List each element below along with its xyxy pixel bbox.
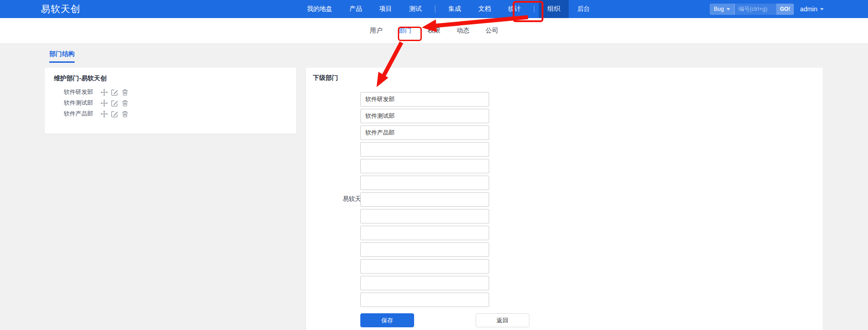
move-icon[interactable]	[100, 99, 108, 107]
maintain-department-card: 维护部门-易软天创 软件研发部 软件测试部	[45, 68, 296, 134]
sub-nav-item-label: 动态	[457, 27, 469, 34]
search-module-label: Bug	[714, 6, 724, 12]
child-department-input[interactable]	[360, 176, 489, 190]
main-nav-item[interactable]: 统计	[500, 0, 529, 18]
department-list: 软件研发部 软件测试部	[64, 87, 129, 119]
child-department-input[interactable]	[360, 159, 489, 173]
child-department-input[interactable]	[360, 125, 489, 140]
main-nav-item[interactable]: 集成	[440, 0, 470, 18]
child-department-input[interactable]	[360, 142, 489, 157]
main-nav-item-label: 测试	[409, 5, 422, 13]
delete-icon[interactable]	[121, 99, 129, 107]
child-department-input[interactable]	[360, 259, 489, 274]
main-nav-item[interactable]: 我的地盘	[298, 0, 341, 18]
form-actions: 保存 返回	[360, 313, 414, 327]
child-department-input[interactable]	[360, 242, 489, 257]
main-nav-item[interactable]: 组织	[539, 0, 569, 18]
main-nav-item-label: 项目	[379, 5, 392, 13]
child-department-input[interactable]	[360, 192, 489, 207]
sub-nav-item-label: 公司	[486, 27, 498, 34]
nav-divider	[435, 5, 435, 13]
child-department-input[interactable]	[360, 209, 489, 223]
left-card-title: 维护部门-易软天创	[54, 74, 107, 83]
sub-nav-item-label: 部门	[399, 27, 411, 34]
main-nav-item[interactable]: 文档	[470, 0, 500, 18]
department-name: 软件研发部	[64, 88, 93, 96]
main-nav-item-label: 后台	[577, 5, 590, 13]
department-row: 软件产品部	[64, 108, 129, 119]
edit-icon[interactable]	[111, 88, 118, 96]
content-area: 部门结构 维护部门-易软天创 软件研发部 软件测试部	[0, 44, 868, 330]
main-nav-item-label: 集成	[448, 5, 461, 13]
delete-icon[interactable]	[121, 88, 129, 96]
move-icon[interactable]	[100, 110, 108, 118]
child-department-inputs	[360, 92, 489, 309]
main-nav: 我的地盘 产品 项目 测试 集成 文档 统计 组织 后台	[298, 0, 599, 18]
main-nav-item-label: 产品	[349, 5, 362, 13]
child-department-input[interactable]	[360, 109, 489, 123]
nav-divider	[534, 5, 534, 13]
sub-nav-item-label: 用户	[370, 27, 382, 34]
move-icon[interactable]	[100, 88, 108, 96]
user-menu-label: admin	[800, 5, 817, 13]
department-name: 软件产品部	[64, 110, 93, 118]
sub-nav-item[interactable]: 部门	[398, 25, 412, 37]
sub-nav-item[interactable]: 动态	[456, 25, 470, 37]
main-nav-item-label: 文档	[478, 5, 491, 13]
sub-nav-item[interactable]: 公司	[485, 25, 499, 37]
sub-nav: 用户 部门 权限 动态 公司	[0, 18, 868, 44]
save-button[interactable]: 保存	[360, 313, 414, 327]
topbar-right-group: Bug GO! admin	[710, 0, 824, 18]
department-row: 软件研发部	[64, 87, 129, 98]
sub-nav-item[interactable]: 用户	[369, 25, 383, 37]
chevron-down-icon	[726, 8, 730, 10]
tab-department-structure[interactable]: 部门结构	[49, 50, 75, 63]
delete-icon[interactable]	[121, 110, 129, 118]
quick-search-widget: Bug GO!	[710, 4, 794, 15]
right-card-title: 下级部门	[313, 74, 338, 82]
back-button[interactable]: 返回	[476, 313, 529, 327]
child-department-input[interactable]	[360, 293, 489, 307]
go-button[interactable]: GO!	[776, 4, 794, 15]
main-nav-item-label: 我的地盘	[307, 5, 332, 13]
user-menu[interactable]: admin	[800, 5, 824, 13]
sub-nav-item[interactable]: 权限	[427, 25, 441, 37]
main-nav-item[interactable]: 测试	[401, 0, 430, 18]
sub-nav-item-label: 权限	[428, 27, 440, 34]
search-input[interactable]	[735, 6, 776, 12]
main-nav-item[interactable]: 后台	[569, 0, 599, 18]
main-nav-item-label: 组织	[547, 5, 560, 13]
app-logo[interactable]: 易软天创	[41, 0, 80, 18]
chevron-down-icon	[820, 8, 824, 10]
child-department-input[interactable]	[360, 276, 489, 290]
search-module-dropdown[interactable]: Bug	[710, 4, 735, 15]
child-department-input[interactable]	[360, 92, 489, 107]
edit-icon[interactable]	[111, 110, 118, 118]
child-departments-card: 下级部门 易软天创 保存 返回	[306, 68, 823, 330]
edit-icon[interactable]	[111, 99, 118, 107]
child-department-input[interactable]	[360, 226, 489, 240]
top-bar: 易软天创 我的地盘 产品 项目 测试 集成 文档 统计 组织	[0, 0, 868, 18]
main-nav-item[interactable]: 产品	[341, 0, 371, 18]
search-input-wrap	[735, 4, 776, 15]
main-nav-item-label: 统计	[508, 5, 521, 13]
department-row: 软件测试部	[64, 98, 129, 108]
department-name: 软件测试部	[64, 99, 93, 107]
main-nav-item[interactable]: 项目	[371, 0, 401, 18]
